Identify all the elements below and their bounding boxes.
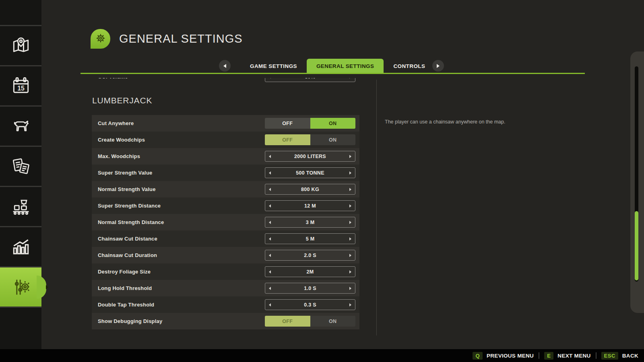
increase-arrow-icon[interactable] bbox=[349, 303, 351, 306]
decrease-arrow-icon[interactable] bbox=[269, 303, 271, 306]
decrease-arrow-icon[interactable] bbox=[269, 237, 271, 241]
selector-super-strength-distance[interactable]: 12 M bbox=[265, 200, 355, 211]
setting-row-long-hold-threshold: Long Hold Threshold1.0 S bbox=[92, 280, 359, 296]
tabs-prev-button[interactable] bbox=[219, 60, 231, 72]
tab-general-settings[interactable]: GENERAL SETTINGS bbox=[307, 59, 384, 74]
selector-super-strength-value[interactable]: 500 TONNE bbox=[265, 167, 355, 178]
decrease-arrow-icon[interactable] bbox=[269, 254, 271, 257]
increase-arrow-icon[interactable] bbox=[349, 221, 351, 224]
setting-row-cut-anywhere: Cut AnywhereOFFON bbox=[92, 115, 359, 132]
setting-label: Double Tap Threshold bbox=[98, 302, 154, 308]
increase-arrow-icon[interactable] bbox=[349, 155, 351, 158]
settings-icon bbox=[10, 277, 31, 298]
toggle-option-on[interactable]: ON bbox=[310, 134, 356, 145]
hotkey-hint-previous-menu[interactable]: QPREVIOUS MENU bbox=[473, 352, 534, 360]
selector-value: 5 M bbox=[306, 236, 315, 242]
selector-value: 50% bbox=[305, 78, 316, 80]
setting-label: Normal Strength Value bbox=[98, 186, 156, 192]
partial-setting-row-clipped: GUI Volume 50% bbox=[92, 78, 359, 85]
tab-controls[interactable]: CONTROLS bbox=[384, 59, 435, 74]
tab-bar-tabs: GAME SETTINGSGENERAL SETTINGSCONTROLS bbox=[240, 59, 435, 74]
decrease-arrow-icon[interactable] bbox=[269, 221, 271, 224]
decrease-arrow-icon[interactable] bbox=[269, 287, 271, 290]
toggle-option-off[interactable]: OFF bbox=[265, 118, 310, 129]
setting-label: Create Woodchips bbox=[98, 137, 145, 143]
hint-separator bbox=[596, 352, 597, 359]
toggle-show-debugging-display: OFFON bbox=[265, 316, 355, 327]
setting-row-normal-strength-distance: Normal Strength Distance3 M bbox=[92, 214, 359, 230]
setting-row-super-strength-distance: Super Strength Distance12 M bbox=[92, 197, 359, 214]
increase-arrow-icon[interactable] bbox=[349, 171, 351, 175]
sidebar-item-animals[interactable] bbox=[0, 107, 41, 147]
hint-separator bbox=[539, 352, 539, 359]
setting-label: Chainsaw Cut Distance bbox=[98, 236, 157, 242]
setting-row-show-debugging-display: Show Debugging DisplayOFFON bbox=[92, 313, 359, 329]
decrease-arrow-icon[interactable] bbox=[269, 78, 271, 78]
selector-destroy-foliage-size[interactable]: 2M bbox=[265, 266, 355, 277]
setting-label: GUI Volume bbox=[98, 78, 128, 80]
sidebar-item-statistics[interactable] bbox=[0, 227, 41, 267]
toggle-option-off[interactable]: OFF bbox=[265, 134, 310, 145]
statistics-icon bbox=[10, 237, 31, 257]
increase-arrow-icon[interactable] bbox=[349, 270, 351, 274]
selector-chainsaw-cut-duration[interactable]: 2.0 S bbox=[265, 250, 355, 261]
hotkey-label: PREVIOUS MENU bbox=[487, 353, 534, 359]
decrease-arrow-icon[interactable] bbox=[269, 270, 271, 274]
increase-arrow-icon[interactable] bbox=[349, 237, 351, 241]
increase-arrow-icon[interactable] bbox=[349, 188, 351, 191]
hotkey-hint-back[interactable]: ESCBACK bbox=[601, 352, 638, 360]
sidebar-item-calendar[interactable]: 15 bbox=[0, 66, 41, 107]
selector-normal-strength-distance[interactable]: 3 M bbox=[265, 217, 355, 228]
increase-arrow-icon[interactable] bbox=[349, 254, 351, 257]
setting-label: Max. Woodchips bbox=[98, 153, 140, 159]
hotkey-hint-next-menu[interactable]: ENEXT MENU bbox=[544, 352, 590, 360]
animals-icon bbox=[10, 116, 31, 137]
setting-row-double-tap-threshold: Double Tap Threshold0.3 S bbox=[92, 296, 359, 313]
selector-chainsaw-cut-distance[interactable]: 5 M bbox=[265, 233, 355, 244]
tab-game-settings[interactable]: GAME SETTINGS bbox=[240, 59, 307, 74]
settings-app-icon bbox=[91, 29, 110, 49]
map-icon bbox=[10, 35, 31, 56]
setting-row-normal-strength-value: Normal Strength Value800 KG bbox=[92, 181, 359, 197]
increase-arrow-icon[interactable] bbox=[349, 78, 351, 78]
selector-value: 2.0 S bbox=[304, 253, 316, 258]
setting-row-destroy-foliage-size: Destroy Foliage Size2M bbox=[92, 263, 359, 280]
toggle-option-on[interactable]: ON bbox=[310, 118, 356, 129]
toggle-option-on[interactable]: ON bbox=[310, 316, 356, 327]
selector-max-woodchips[interactable]: 2000 LITERS bbox=[265, 151, 355, 162]
decrease-arrow-icon[interactable] bbox=[269, 171, 271, 175]
selector-gui-volume[interactable]: 50% bbox=[265, 78, 355, 82]
tab-underline bbox=[80, 73, 585, 74]
selector-long-hold-threshold[interactable]: 1.0 S bbox=[265, 283, 355, 294]
scrollbar-thumb[interactable] bbox=[635, 211, 638, 280]
page-title: GENERAL SETTINGS bbox=[119, 32, 243, 45]
hotkey-key-badge: ESC bbox=[601, 352, 618, 360]
decrease-arrow-icon[interactable] bbox=[269, 188, 271, 191]
sidebar-item-production[interactable] bbox=[0, 187, 41, 227]
increase-arrow-icon[interactable] bbox=[349, 204, 351, 208]
decrease-arrow-icon[interactable] bbox=[269, 204, 271, 208]
sidebar-item-settings[interactable] bbox=[0, 267, 41, 308]
tabs-next-button[interactable] bbox=[432, 60, 444, 72]
svg-text:15: 15 bbox=[17, 85, 25, 92]
selector-value: 800 KG bbox=[301, 187, 319, 192]
selector-normal-strength-value[interactable]: 800 KG bbox=[265, 184, 355, 195]
increase-arrow-icon[interactable] bbox=[349, 287, 351, 290]
calendar-icon: 15 bbox=[10, 76, 31, 97]
setting-label: Super Strength Value bbox=[98, 170, 152, 176]
active-item-arrow-icon bbox=[46, 285, 48, 289]
setting-label: Show Debugging Display bbox=[98, 318, 162, 324]
setting-row-create-woodchips: Create WoodchipsOFFON bbox=[92, 132, 359, 148]
sidebar-item-map[interactable] bbox=[0, 26, 41, 66]
sidebar-item-contracts[interactable] bbox=[0, 147, 41, 187]
hotkey-label: BACK bbox=[622, 353, 638, 359]
setting-description: The player can use a chainsaw anywhere o… bbox=[385, 119, 570, 125]
toggle-cut-anywhere: OFFON bbox=[265, 118, 355, 129]
setting-label: Destroy Foliage Size bbox=[98, 269, 151, 275]
selector-double-tap-threshold[interactable]: 0.3 S bbox=[265, 299, 355, 310]
decrease-arrow-icon[interactable] bbox=[269, 155, 271, 158]
section-title: LUMBERJACK bbox=[92, 96, 152, 105]
setting-row-chainsaw-cut-distance: Chainsaw Cut Distance5 M bbox=[92, 230, 359, 247]
toggle-create-woodchips: OFFON bbox=[265, 134, 355, 145]
toggle-option-off[interactable]: OFF bbox=[265, 316, 310, 327]
